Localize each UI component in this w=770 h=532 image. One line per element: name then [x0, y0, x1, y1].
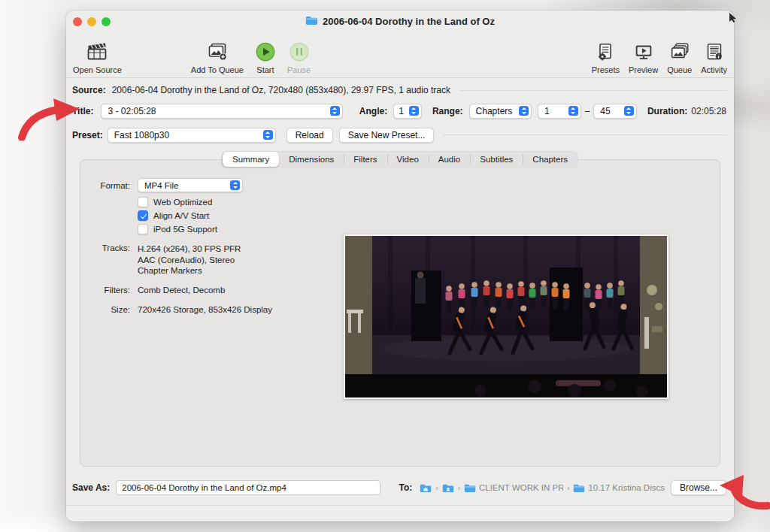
presets-icon — [594, 40, 617, 64]
close-button[interactable] — [73, 17, 82, 26]
destination-breadcrumb: › › CLIENT WORK IN PR › 10.17 Kristina D… — [420, 483, 665, 493]
pause-label: Pause — [287, 65, 311, 74]
title-dropdown[interactable]: 3 - 02:05:28 — [101, 104, 342, 119]
range-type-value: Chapters — [476, 106, 517, 116]
breadcrumb-separator: › — [435, 484, 438, 492]
reload-button[interactable]: Reload — [286, 128, 333, 143]
format-dropdown[interactable]: MP4 File — [138, 178, 243, 192]
annotation-arrow-browse — [718, 470, 770, 513]
size-value: 720x426 Storage, 853x426 Display — [138, 305, 272, 314]
to-label: To: — [399, 482, 413, 493]
queue-icon — [668, 40, 691, 64]
titlebar: 2006-06-04 Dorothy in the Land of Oz — [66, 11, 734, 32]
divider — [443, 135, 726, 135]
tab-subtitles[interactable]: Subtitles — [470, 152, 523, 167]
start-play-icon — [254, 40, 277, 64]
web-optimized-label: Web Optimized — [153, 198, 212, 207]
range-to-dropdown[interactable]: 45 — [593, 104, 637, 119]
open-source-button[interactable]: Open Source — [73, 40, 122, 74]
client-work-folder: CLIENT WORK IN PR — [464, 483, 563, 493]
kristina-discs-folder: 10.17 Kristina Discs — [573, 483, 665, 493]
ipod-5g-checkbox[interactable] — [138, 224, 148, 234]
angle-label: Angle: — [359, 106, 387, 116]
tracks-audio: AAC (CoreAudio), Stereo — [138, 255, 241, 266]
presets-button[interactable]: Presets — [592, 40, 620, 74]
range-from-dropdown[interactable]: 1 — [538, 104, 581, 119]
filters-label: Filters: — [80, 286, 130, 295]
title-dropdown-value: 3 - 02:05:28 — [108, 106, 325, 116]
preview-label: Preview — [629, 65, 658, 74]
angle-dropdown[interactable]: 1 — [393, 104, 422, 119]
filters-value: Comb Detect, Decomb — [138, 286, 225, 295]
divider — [459, 90, 726, 91]
tab-audio[interactable]: Audio — [429, 152, 470, 167]
tab-filters[interactable]: Filters — [344, 152, 387, 167]
preview-button[interactable]: Preview — [629, 40, 658, 74]
annotation-arrow-title — [15, 95, 81, 144]
breadcrumb-separator: › — [458, 484, 460, 492]
web-optimized-checkbox[interactable] — [138, 197, 148, 207]
minimize-button[interactable] — [87, 17, 96, 26]
tab-dimensions[interactable]: Dimensions — [279, 152, 344, 167]
range-from-value: 1 — [544, 106, 567, 116]
presets-label: Presets — [592, 65, 620, 74]
pause-icon — [288, 40, 311, 64]
video-preview-thumbnail — [344, 234, 668, 399]
save-new-preset-button[interactable]: Save New Preset... — [339, 128, 435, 143]
add-to-queue-button[interactable]: Add To Queue — [191, 40, 244, 74]
tab-video[interactable]: Video — [387, 152, 429, 167]
ipod-5g-label: iPod 5G Support — [153, 225, 217, 234]
tab-chapters[interactable]: Chapters — [523, 152, 578, 167]
section-tabs: Summary Dimensions Filters Video Audio S… — [222, 151, 578, 168]
activity-log-icon — [703, 40, 726, 64]
stepper-icon — [624, 106, 634, 116]
save-as-filename-input[interactable] — [116, 480, 380, 495]
clapperboard-icon — [85, 40, 109, 64]
start-button[interactable]: Start — [254, 40, 277, 74]
start-label: Start — [256, 65, 274, 74]
tracks-chapters: Chapter Markers — [138, 265, 241, 277]
stepper-icon — [330, 106, 340, 116]
activity-button[interactable]: Activity — [701, 40, 727, 74]
angle-dropdown-value: 1 — [399, 106, 408, 116]
format-dropdown-value: MP4 File — [144, 181, 226, 190]
duration-label: Duration: — [647, 106, 687, 116]
stepper-icon — [230, 180, 240, 190]
size-label: Size: — [80, 305, 130, 314]
range-to-value: 45 — [600, 106, 623, 116]
mouse-cursor — [729, 12, 738, 26]
stepper-icon — [568, 106, 578, 116]
window-status-strip — [66, 505, 734, 521]
stepper-icon — [519, 106, 529, 116]
summary-pane: Format: MP4 File Web Optimized Align A/V… — [80, 159, 720, 467]
breadcrumb-separator: › — [567, 484, 569, 492]
queue-button[interactable]: Queue — [667, 40, 692, 74]
queue-label: Queue — [667, 65, 692, 74]
duration-value: 02:05:28 — [691, 106, 726, 116]
format-label: Format: — [80, 181, 130, 190]
window-title: 2006-06-04 Dorothy in the Land of Oz — [323, 16, 495, 27]
toolbar: Open Source Add To Queue — [66, 30, 734, 78]
handbrake-window: 2006-06-04 Dorothy in the Land of Oz Ope… — [66, 11, 734, 521]
tab-summary[interactable]: Summary — [223, 152, 279, 167]
kristina-discs-folder-label: 10.17 Kristina Discs — [588, 483, 665, 492]
zoom-button[interactable] — [102, 17, 111, 26]
pause-button[interactable]: Pause — [287, 40, 311, 74]
preview-monitor-icon — [632, 40, 655, 64]
align-av-start-checkbox[interactable] — [138, 210, 148, 221]
range-dash: – — [585, 106, 590, 116]
source-label: Source: — [72, 85, 106, 95]
range-type-dropdown[interactable]: Chapters — [469, 104, 532, 119]
home-folder-icon — [420, 483, 432, 493]
client-work-folder-label: CLIENT WORK IN PR — [479, 483, 563, 492]
save-as-label: Save As: — [72, 482, 110, 493]
preset-dropdown-value: Fast 1080p30 — [114, 130, 259, 141]
open-source-label: Open Source — [73, 65, 122, 74]
activity-label: Activity — [701, 65, 727, 74]
stepper-icon — [409, 106, 419, 116]
tracks-video: H.264 (x264), 30 FPS PFR — [138, 243, 241, 255]
add-to-queue-icon — [205, 40, 229, 64]
align-av-start-label: Align A/V Start — [153, 211, 209, 220]
source-value: 2006-06-04 Dorothy in the Land of Oz, 72… — [112, 85, 450, 95]
preset-dropdown[interactable]: Fast 1080p30 — [108, 128, 276, 143]
